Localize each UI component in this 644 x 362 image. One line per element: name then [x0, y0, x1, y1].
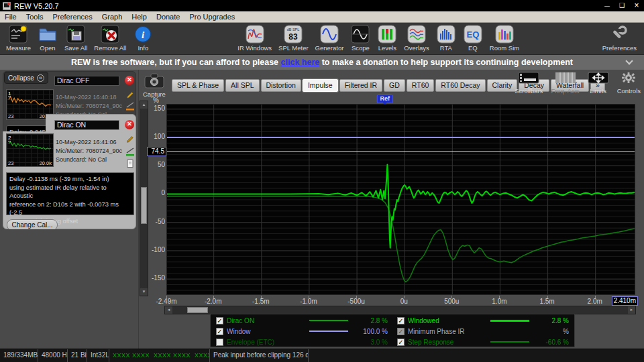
maximize-button[interactable]	[614, 1, 629, 11]
legend-checkbox[interactable]: ✓	[397, 317, 405, 324]
tool-label: Preferences	[602, 44, 637, 52]
impulse-plot[interactable]	[166, 104, 635, 295]
rta-icon	[436, 24, 456, 44]
chevron-down-icon[interactable]	[627, 58, 632, 64]
tool-room-sim[interactable]: Room Sim	[486, 23, 523, 52]
bit-depth: 21 Bit	[68, 349, 87, 362]
preferences-icon	[609, 24, 629, 44]
tool-save-all[interactable]: Save All	[61, 23, 91, 52]
menu-preferences[interactable]: Preferences	[48, 11, 97, 22]
tool-levels[interactable]: Levels	[374, 23, 400, 52]
legend-item-windowed: ✓Windowed2.8 %	[397, 317, 569, 324]
close-button[interactable]	[629, 1, 644, 11]
measurement-name-input[interactable]: Dirac ON	[54, 120, 119, 130]
tab-filtered-ir[interactable]: Filtered IR	[339, 79, 382, 92]
tab-distortion[interactable]: Distortion	[261, 79, 301, 92]
tab-clarity[interactable]: Clarity	[487, 79, 518, 92]
svg-text:EQ: EQ	[466, 29, 479, 40]
ref-marker[interactable]: Ref	[376, 95, 393, 103]
tool-info[interactable]: iInfo	[129, 23, 156, 52]
scroll-down-arrow-icon[interactable]: ▼	[140, 288, 148, 296]
tab-all-spl[interactable]: All SPL	[225, 79, 259, 92]
legend-value: 100.0 %	[352, 328, 388, 335]
measure-icon	[8, 24, 28, 44]
menu-donate[interactable]: Donate	[152, 11, 184, 22]
thumb-axis-min: 23	[8, 113, 13, 119]
tool-open[interactable]: Open	[34, 23, 61, 52]
x-axis-tick: 2.0m	[588, 298, 602, 305]
tool-label: Overlays	[404, 44, 429, 52]
trace-color-icon[interactable]	[125, 101, 136, 111]
delete-measurement-icon[interactable]: ✕	[125, 120, 134, 129]
legend-checkbox[interactable]	[216, 339, 223, 346]
tool-overlays[interactable]: Overlays	[400, 23, 432, 52]
measurement-number: 2	[8, 135, 11, 141]
thumb-axis-max: 20.0k	[40, 160, 52, 166]
tab-spl-phase[interactable]: SPL & Phase	[172, 79, 224, 92]
tool-eq[interactable]: EQEQ	[460, 23, 486, 52]
tool-scope[interactable]: Scope	[347, 23, 374, 52]
collapse-button[interactable]: Collapse «	[4, 72, 48, 84]
minimize-button[interactable]	[600, 1, 614, 11]
trace-legend: ✓Dirac ON2.8 %✓Windowed2.8 %✓Window100.0…	[210, 314, 575, 347]
ir-windows-icon	[245, 24, 265, 44]
donate-link[interactable]: click here	[281, 58, 320, 67]
legend-item-dirac-on: ✓Dirac ON2.8 %	[216, 317, 388, 324]
notes-page-icon[interactable]	[125, 159, 136, 169]
sample-format: Int32L	[87, 349, 109, 362]
measurement-name-input[interactable]: Dirac OFF	[54, 76, 119, 86]
measurement-mic: Mic/Meter: 7080724_90c	[56, 147, 124, 154]
legend-checkbox[interactable]: ✓	[397, 328, 405, 335]
legend-value: 2.8 %	[352, 317, 388, 324]
change-cal-button[interactable]: Change Cal...	[7, 219, 58, 231]
menu-help[interactable]: Help	[127, 11, 152, 22]
menu-tools[interactable]: Tools	[21, 11, 48, 22]
menu-bar: FileToolsPreferencesGraphHelpDonatePro U…	[0, 11, 644, 23]
y-cursor-value: 74.5	[147, 147, 166, 156]
scroll-right-arrow-icon[interactable]: ►	[628, 306, 635, 314]
x-axis-tick: -2.0m	[205, 298, 222, 305]
menu-graph[interactable]: Graph	[97, 11, 127, 22]
legend-checkbox[interactable]: ✓	[397, 339, 405, 346]
tool-measure[interactable]: Measure	[3, 23, 34, 52]
controls-button[interactable]: Controls	[617, 72, 641, 95]
limits-button[interactable]: Limits	[588, 72, 609, 95]
open-icon	[38, 24, 58, 44]
tool-remove-all[interactable]: Remove All	[91, 23, 129, 52]
legend-checkbox[interactable]: ✓	[216, 317, 223, 324]
scrollbars-icon	[518, 72, 539, 86]
edit-notes-icon[interactable]	[125, 89, 136, 99]
overlays-icon	[407, 24, 427, 44]
status-spacer	[309, 349, 644, 362]
tool-spl-meter[interactable]: dB SPL83SPL Meter	[275, 23, 312, 52]
trace-color-icon[interactable]	[125, 147, 136, 157]
measurements-panel: Collapse « Dirac OFF ✕ 1 23 20.0k 10-May…	[0, 70, 139, 349]
menu-file[interactable]: File	[0, 11, 21, 22]
room-sim-icon	[494, 24, 515, 44]
capture-button[interactable]: Capture	[143, 70, 166, 98]
tab-rt60[interactable]: RT60	[407, 79, 435, 92]
tool-rta[interactable]: RTA	[433, 23, 460, 52]
legend-line-sample	[309, 330, 348, 332]
vertical-scrollbar[interactable]: ▲ ▼	[140, 101, 148, 296]
tool-ir-windows[interactable]: IR Windows	[234, 23, 275, 52]
tool-generator[interactable]: Generator	[312, 23, 347, 52]
freq-axis-icon	[555, 72, 576, 86]
scroll-left-arrow-icon[interactable]: ◄	[165, 306, 172, 314]
scrollbars-button[interactable]: Scrollbars	[515, 72, 543, 95]
tool-preferences[interactable]: Preferences	[599, 23, 640, 52]
measurement-soundcard: Soundcard: No Cal	[56, 156, 124, 163]
delete-measurement-icon[interactable]: ✕	[125, 76, 134, 85]
edit-notes-icon[interactable]	[125, 133, 136, 143]
tab-impulse[interactable]: Impulse	[303, 79, 338, 92]
collapse-label: Collapse	[8, 74, 34, 82]
tab-gd[interactable]: GD	[384, 79, 405, 92]
legend-checkbox[interactable]: ✓	[216, 328, 223, 335]
menu-pro-upgrades[interactable]: Pro Upgrades	[184, 11, 239, 22]
horizontal-scroll-thumb[interactable]	[187, 307, 208, 313]
measurement-thumbnail[interactable]: 2 23 20.0k	[6, 133, 54, 167]
y-axis-tick: 100	[142, 133, 165, 141]
tab-rt60-decay[interactable]: RT60 Decay	[435, 79, 485, 92]
freq-axis-button: Freq. Axis	[551, 72, 579, 95]
measurement-number: 1	[8, 90, 11, 97]
